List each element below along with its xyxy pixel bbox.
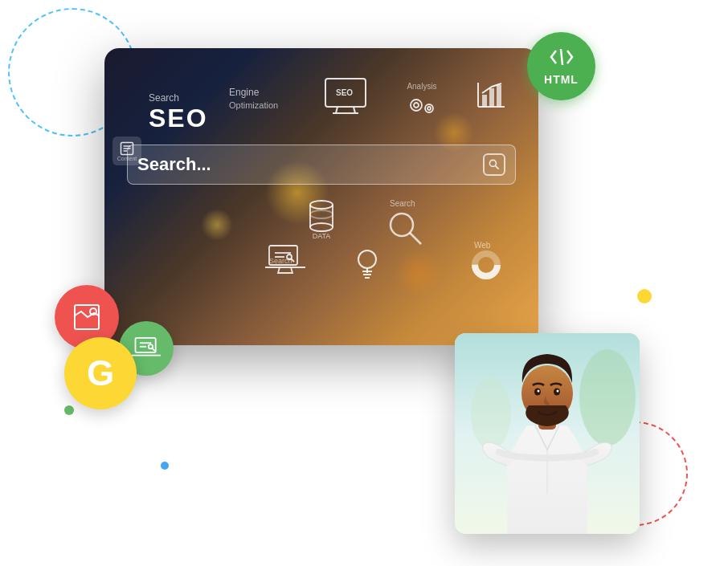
svg-point-6 bbox=[414, 103, 419, 108]
svg-point-8 bbox=[427, 107, 431, 110]
html-badge-label: HTML bbox=[544, 73, 579, 86]
seo-big-text: SEO bbox=[149, 104, 208, 133]
person-card bbox=[455, 333, 640, 534]
engine-label: Engine bbox=[229, 87, 259, 98]
main-card: Search SEO Engine Optimization SEO bbox=[104, 48, 538, 345]
svg-rect-11 bbox=[497, 85, 501, 107]
svg-rect-10 bbox=[489, 88, 494, 107]
optimization-label: Optimization bbox=[229, 100, 278, 110]
seo-overlay: Search SEO Engine Optimization SEO bbox=[104, 48, 538, 345]
analysis-label-text: Analysis bbox=[407, 82, 436, 91]
svg-point-16 bbox=[489, 160, 496, 166]
svg-point-23 bbox=[391, 214, 413, 236]
svg-point-22 bbox=[310, 210, 333, 218]
scene: Search SEO Engine Optimization SEO bbox=[0, 0, 728, 566]
search-label: Search bbox=[149, 92, 208, 104]
dot-green bbox=[64, 405, 74, 415]
svg-point-33 bbox=[358, 250, 376, 268]
data-cylinder-icon: DATA bbox=[305, 197, 337, 240]
google-g-letter: G bbox=[87, 353, 114, 393]
search-bar[interactable]: Search... bbox=[127, 145, 516, 185]
html-code-icon bbox=[550, 47, 574, 71]
donut-chart-icon bbox=[470, 249, 502, 281]
man-figure-svg bbox=[455, 333, 640, 534]
svg-line-2 bbox=[354, 107, 355, 113]
circle-google-icon: G bbox=[64, 337, 137, 409]
svg-text:SEO: SEO bbox=[336, 88, 353, 97]
svg-line-24 bbox=[410, 233, 421, 244]
card-background: Search SEO Engine Optimization SEO bbox=[104, 48, 538, 345]
svg-line-17 bbox=[496, 166, 499, 169]
large-search-magnifier-icon bbox=[386, 209, 426, 260]
svg-rect-9 bbox=[482, 95, 487, 107]
svg-point-5 bbox=[411, 100, 422, 111]
search-bar-placeholder: Search... bbox=[137, 154, 483, 175]
svg-point-18 bbox=[310, 201, 333, 209]
monitor-icon: SEO bbox=[321, 76, 370, 116]
search-bar-search-icon[interactable] bbox=[483, 153, 505, 176]
dot-blue bbox=[161, 462, 169, 470]
dot-yellow bbox=[637, 289, 652, 303]
seo-text-group: Search SEO bbox=[149, 92, 208, 133]
bar-chart-icon bbox=[474, 79, 510, 114]
svg-point-21 bbox=[310, 223, 333, 231]
svg-point-47 bbox=[538, 390, 540, 393]
svg-line-56 bbox=[152, 348, 155, 352]
person-silhouette bbox=[455, 333, 640, 534]
html-badge: HTML bbox=[527, 32, 595, 100]
gear-analysis-group: Analysis bbox=[402, 82, 442, 119]
svg-point-41 bbox=[471, 377, 511, 450]
search-bottom-label: Search bbox=[269, 257, 292, 265]
svg-point-40 bbox=[579, 349, 636, 446]
svg-point-48 bbox=[557, 390, 559, 393]
svg-line-38 bbox=[561, 49, 562, 65]
svg-point-7 bbox=[425, 104, 433, 112]
svg-line-1 bbox=[336, 107, 337, 113]
search-float-label: Search bbox=[390, 199, 415, 208]
lightbulb-icon bbox=[354, 247, 382, 289]
